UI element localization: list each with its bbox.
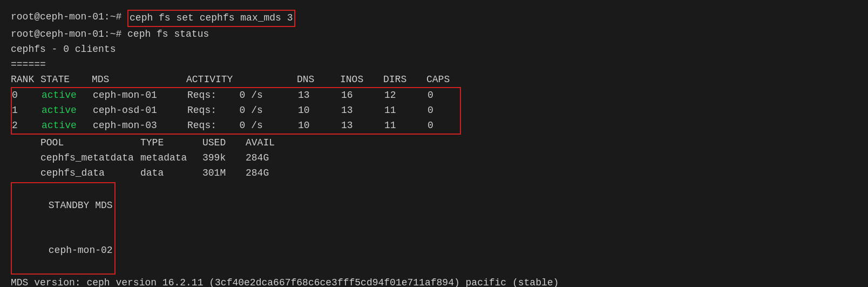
standby-section: STANDBY MDS ceph-mon-02 — [11, 182, 857, 275]
header-type: TYPE — [140, 136, 202, 151]
pool-row0-indent — [11, 151, 40, 166]
pool-row0-pool: cephfs_metatdata — [40, 151, 140, 166]
header-avail: AVAIL — [246, 136, 289, 151]
pool-row1-type: data — [140, 166, 202, 181]
pool-row-0: cephfs_metatdata metadata 399k 284G — [11, 151, 857, 166]
status-line: cephfs - 0 clients — [11, 42, 857, 57]
mds-version-text: MDS version: ceph version 16.2.11 (3cf40… — [11, 276, 559, 287]
standby-box: STANDBY MDS ceph-mon-02 — [11, 182, 116, 275]
header-activity-space — [227, 72, 297, 88]
pool-row1-avail: 284G — [246, 166, 289, 181]
pool-row0-type: metadata — [140, 151, 202, 166]
row2-rank: 2 — [12, 118, 42, 134]
header-dirs: DIRS — [383, 72, 426, 88]
row1-rank: 1 — [12, 103, 42, 118]
header-inos: INOS — [340, 72, 383, 88]
status-text: cephfs - 0 clients — [11, 42, 116, 57]
header-state: STATE — [40, 72, 92, 88]
prompt-1: root@ceph-mon-01:~# — [11, 10, 127, 27]
row2-mds: ceph-mon-03 — [93, 118, 187, 134]
row1-act-label: Reqs: — [187, 103, 228, 118]
header-dns: DNS — [297, 72, 340, 88]
row1-dns: 10 — [298, 103, 341, 118]
row0-inos: 16 — [341, 88, 384, 103]
prompt-2: root@ceph-mon-01:~# — [11, 27, 127, 42]
mds-version-line: MDS version: ceph version 16.2.11 (3cf40… — [11, 276, 857, 287]
row2-dirs: 11 — [384, 118, 428, 134]
pool-row1-used: 301M — [202, 166, 246, 181]
standby-label: STANDBY MDS — [49, 200, 113, 211]
command-line-2: root@ceph-mon-01:~# ceph fs status — [11, 27, 857, 42]
pool-row-1: cephfs_data data 301M 284G — [11, 166, 857, 181]
standby-mds: ceph-mon-02 — [49, 245, 113, 256]
row0-state: active — [42, 88, 93, 103]
command-2: ceph fs status — [127, 27, 209, 42]
row1-state: active — [42, 103, 93, 118]
row0-caps: 0 — [428, 88, 460, 103]
row0-mds: ceph-mon-01 — [93, 88, 187, 103]
pool-row0-used: 399k — [202, 151, 246, 166]
command-highlighted: ceph fs set cephfs max_mds 3 — [127, 10, 295, 27]
row1-inos: 13 — [341, 103, 384, 118]
table-header: RANK STATE MDS ACTIVITY DNS INOS DIRS CA… — [11, 72, 857, 88]
row2-act-val: 0 /s — [228, 118, 298, 134]
row0-rank: 0 — [12, 88, 42, 103]
header-used: USED — [202, 136, 246, 151]
row0-act-label: Reqs: — [187, 88, 228, 103]
pool-header-indent — [11, 136, 40, 151]
header-rank: RANK — [11, 72, 40, 88]
table-row: 0 active ceph-mon-01 Reqs: 0 /s 13 16 12… — [12, 88, 460, 103]
pool-header: POOL TYPE USED AVAIL — [11, 136, 857, 151]
table-row: 1 active ceph-osd-01 Reqs: 0 /s 10 13 11… — [12, 103, 460, 118]
separator: ====== — [11, 57, 46, 72]
table-row: 2 active ceph-mon-03 Reqs: 0 /s 10 13 11… — [12, 118, 460, 134]
row1-act-val: 0 /s — [228, 103, 298, 118]
active-rows-box: 0 active ceph-mon-01 Reqs: 0 /s 13 16 12… — [11, 87, 461, 135]
row2-inos: 13 — [341, 118, 384, 134]
terminal: root@ceph-mon-01:~# ceph fs set cephfs m… — [11, 10, 857, 287]
header-mds: MDS — [92, 72, 186, 88]
pool-row1-pool: cephfs_data — [40, 166, 140, 181]
row0-dns: 13 — [298, 88, 341, 103]
header-pool: POOL — [40, 136, 140, 151]
row1-caps: 0 — [428, 103, 460, 118]
row2-state: active — [42, 118, 93, 134]
row2-dns: 10 — [298, 118, 341, 134]
pool-row1-indent — [11, 166, 40, 181]
row0-dirs: 12 — [384, 88, 428, 103]
row1-mds: ceph-osd-01 — [93, 103, 187, 118]
separator-line: ====== — [11, 57, 857, 72]
header-activity: ACTIVITY — [186, 72, 227, 88]
row2-act-label: Reqs: — [187, 118, 228, 134]
header-caps: CAPS — [426, 72, 459, 88]
row0-act-val: 0 /s — [228, 88, 298, 103]
row2-caps: 0 — [428, 118, 460, 134]
pool-row0-avail: 284G — [246, 151, 289, 166]
command-line-1: root@ceph-mon-01:~# ceph fs set cephfs m… — [11, 10, 857, 27]
row1-dirs: 11 — [384, 103, 428, 118]
